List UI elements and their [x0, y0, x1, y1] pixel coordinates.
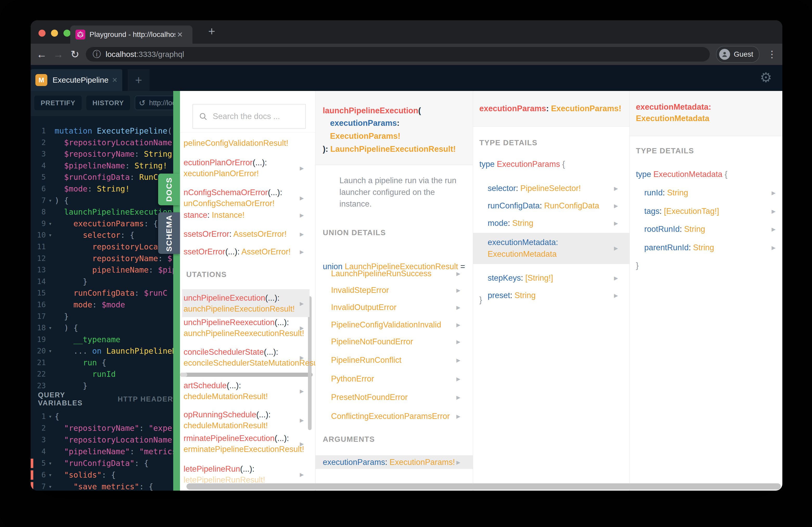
doc-row-type[interactable]: unConfigSchemaOrError!: [184, 198, 275, 209]
type-field[interactable]: stepKeys: [String!]: [488, 273, 553, 284]
union-member[interactable]: InvalidStepError: [331, 285, 389, 296]
union-member[interactable]: PipelineRunConflict: [331, 355, 402, 366]
doc-row-type[interactable]: erminatePipelineExecutionResult!: [184, 444, 304, 455]
fold-caret-icon[interactable]: [46, 422, 55, 434]
doc-row[interactable]: artSchedule(...):: [184, 380, 241, 391]
union-member[interactable]: LaunchPipelineRunSuccess: [331, 268, 432, 279]
chevron-right-icon[interactable]: ▶: [300, 210, 304, 221]
doc-row[interactable]: stance: Instance!: [184, 210, 245, 221]
fold-caret-icon[interactable]: [46, 311, 55, 322]
fold-caret-icon[interactable]: [46, 148, 55, 160]
chevron-right-icon[interactable]: ▶: [456, 373, 460, 384]
profile-button[interactable]: Guest: [716, 46, 759, 63]
fold-caret-icon[interactable]: [46, 287, 55, 299]
chevron-right-icon[interactable]: ▶: [300, 322, 304, 333]
argument-row[interactable]: executionParams: ExecutionParams!: [323, 457, 455, 468]
type-field-type[interactable]: ExecutionMetadata: [488, 249, 556, 260]
address-bar[interactable]: ⓘ localhost :3333/graphql: [86, 47, 710, 62]
chevron-right-icon[interactable]: ▶: [614, 200, 618, 211]
docs-side-tab[interactable]: DOCS: [158, 174, 180, 205]
union-member[interactable]: InvalidOutputError: [331, 302, 397, 313]
prettify-button[interactable]: PRETTIFY: [34, 96, 82, 110]
traffic-close-button[interactable]: [39, 30, 45, 36]
query-variables-editor[interactable]: 1▾{2 "repositoryName": "exper3 "reposito…: [31, 410, 173, 491]
docs-hscrollbar[interactable]: [187, 483, 781, 490]
back-icon[interactable]: ←: [33, 49, 50, 60]
type-field[interactable]: selector: PipelineSelector!: [488, 183, 581, 194]
fold-caret-icon[interactable]: ▾: [46, 410, 55, 422]
type-field[interactable]: executionMetadata:: [488, 237, 558, 248]
fold-caret-icon[interactable]: ▾: [46, 469, 55, 481]
chevron-right-icon[interactable]: ▶: [772, 206, 775, 217]
chevron-right-icon[interactable]: ▶: [772, 187, 775, 198]
chevron-right-icon[interactable]: ▶: [614, 273, 618, 284]
chevron-right-icon[interactable]: ▶: [456, 392, 460, 403]
chevron-right-icon[interactable]: ▶: [456, 336, 460, 347]
chevron-right-icon[interactable]: ▶: [300, 298, 304, 309]
fold-caret-icon[interactable]: ▾: [46, 195, 55, 207]
chevron-right-icon[interactable]: ▶: [300, 246, 304, 257]
fold-caret-icon[interactable]: [46, 368, 55, 380]
fold-caret-icon[interactable]: ▾: [46, 345, 55, 357]
tab-close-icon[interactable]: ✕: [177, 30, 183, 39]
doc-row[interactable]: unchPipelineExecution(...):: [184, 292, 280, 303]
chevron-right-icon[interactable]: ▶: [614, 243, 618, 254]
type-field[interactable]: rootRunId: String: [644, 224, 705, 235]
chevron-right-icon[interactable]: ▶: [772, 224, 775, 235]
fold-caret-icon[interactable]: ▾: [46, 481, 55, 491]
chevron-right-icon[interactable]: ▶: [300, 229, 304, 240]
fold-caret-icon[interactable]: ▾: [46, 229, 55, 241]
chevron-right-icon[interactable]: ▶: [300, 469, 304, 480]
fold-caret-icon[interactable]: ▾: [46, 322, 55, 334]
chevron-right-icon[interactable]: ▶: [300, 193, 304, 204]
doc-row[interactable]: unchPipelineReexecution(...):: [184, 317, 289, 328]
type-field[interactable]: runConfigData: RunConfigData: [488, 200, 599, 211]
traffic-zoom-button[interactable]: [63, 30, 71, 36]
type-field[interactable]: parentRunId: String: [644, 242, 714, 253]
fold-caret-icon[interactable]: ▾: [46, 218, 55, 230]
doc-row[interactable]: nConfigSchemaOrError(...):: [184, 187, 282, 198]
playground-new-tab-button[interactable]: +: [128, 69, 149, 91]
chevron-right-icon[interactable]: ▶: [300, 386, 304, 396]
union-member[interactable]: PipelineConfigValidationInvalid: [331, 319, 441, 330]
chevron-right-icon[interactable]: ▶: [300, 163, 304, 174]
docs-divider-strip[interactable]: [173, 91, 180, 491]
chevron-right-icon[interactable]: ▶: [300, 352, 304, 363]
browser-menu-icon[interactable]: ⋮: [764, 49, 780, 60]
fold-caret-icon[interactable]: [46, 446, 55, 457]
chevron-right-icon[interactable]: ▶: [772, 242, 775, 253]
doc-row-type[interactable]: aunchPipelineReexecutionResult!: [184, 328, 304, 339]
endpoint-reload-icon[interactable]: ↺: [139, 99, 145, 108]
type-field[interactable]: runId: String: [644, 187, 688, 198]
fold-caret-icon[interactable]: ▾: [46, 457, 55, 469]
chevron-right-icon[interactable]: ▶: [614, 218, 618, 229]
type-field[interactable]: tags: [ExecutionTag!]: [644, 206, 719, 217]
new-tab-button[interactable]: +: [204, 24, 219, 39]
chevron-right-icon[interactable]: ▶: [456, 302, 460, 313]
playground-tab-executepipeline[interactable]: M ExecutePipeline ✕: [31, 69, 122, 91]
fold-caret-icon[interactable]: [46, 183, 55, 195]
fold-caret-icon[interactable]: [46, 253, 55, 265]
doc-row[interactable]: letePipelineRun(...):: [184, 464, 255, 475]
settings-gear-icon[interactable]: ⚙: [760, 70, 772, 85]
doc-row-type[interactable]: aunchPipelineExecutionResult!: [184, 303, 295, 314]
fold-caret-icon[interactable]: [46, 137, 55, 149]
union-member[interactable]: PresetNotFoundError: [331, 392, 408, 403]
reload-icon[interactable]: ↻: [67, 48, 83, 60]
history-button[interactable]: HISTORY: [86, 96, 130, 110]
traffic-minimize-button[interactable]: [51, 30, 58, 36]
type-field[interactable]: mode: String: [488, 218, 534, 229]
fold-caret-icon[interactable]: [46, 276, 55, 288]
doc-row[interactable]: ssetOrError(...): AssetOrError!: [184, 246, 291, 257]
doc-row-type[interactable]: xecutionPlanOrError!: [184, 168, 259, 179]
chevron-right-icon[interactable]: ▶: [300, 415, 304, 426]
doc-row[interactable]: ssetsOrError: AssetsOrError!: [184, 229, 287, 240]
doc-row[interactable]: rminatePipelineExecution(...):: [184, 433, 289, 444]
fold-caret-icon[interactable]: [46, 206, 55, 218]
browser-tab[interactable]: Playground - http://localhost:3 ✕: [70, 26, 192, 44]
tab-http-headers[interactable]: HTTP HEADER: [118, 395, 173, 403]
chevron-right-icon[interactable]: ▶: [456, 411, 460, 422]
chevron-right-icon[interactable]: ▶: [456, 268, 460, 279]
chevron-right-icon[interactable]: ▶: [456, 319, 460, 330]
fold-caret-icon[interactable]: [46, 299, 55, 311]
